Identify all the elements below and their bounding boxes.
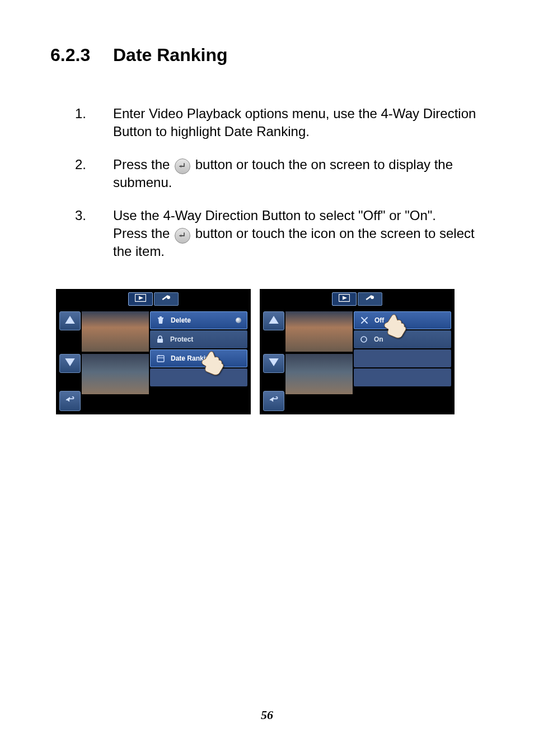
triangle-up-icon [65,316,75,326]
nav-back-button[interactable] [59,391,81,411]
step-text-fragment: Use the 4-Way Direction Button to select… [113,208,436,223]
tab-setup[interactable] [154,292,179,306]
tab-bar [332,292,382,306]
nav-up-button[interactable] [263,311,284,330]
step-number: 1. [75,105,113,141]
instruction-step-2: 2. Press the button or touch the on scre… [50,156,484,192]
nav-back-button[interactable] [263,391,284,411]
video-thumbnail [82,354,149,394]
video-thumbnail [285,354,353,394]
play-icon [135,294,146,304]
section-heading: 6.2.3Date Ranking [50,45,484,66]
triangle-down-icon [269,358,279,368]
x-icon [359,316,370,324]
triangle-down-icon [65,358,75,368]
step-text-fragment: Press the [113,226,174,241]
step-text: Press the button or touch the on screen … [113,156,484,192]
selection-indicator-icon [236,318,241,323]
menu-item-label: On [374,335,383,343]
triangle-up-icon [269,316,279,326]
screenshot-submenu: Off On [260,289,455,414]
video-thumbnail [285,311,353,352]
instruction-step-3: 3. Use the 4-Way Direction Button to sel… [50,207,484,261]
hand-pointer-icon [383,312,409,338]
menu-item-delete[interactable]: Delete [150,311,247,329]
instruction-step-1: 1. Enter Video Playback options menu, us… [50,105,484,141]
menu-item-empty [150,368,247,386]
tab-bar [128,292,179,306]
wrench-icon [364,294,376,304]
tab-playback[interactable] [332,292,357,306]
step-text-fragment: Press the [113,157,174,172]
page-number: 56 [0,708,534,722]
step-text: Use the 4-Way Direction Button to select… [113,207,484,261]
step-number: 3. [75,207,113,261]
tab-setup[interactable] [358,292,382,306]
video-thumbnail [82,311,149,352]
menu-item-empty [354,349,451,367]
nav-down-button[interactable] [59,354,81,373]
menu-list: Delete Protect Date Ranking [150,311,247,386]
enter-icon [175,158,190,174]
menu-item-empty [354,368,451,386]
nav-up-button[interactable] [59,311,81,330]
step-number: 2. [75,156,113,192]
wrench-icon [161,294,172,304]
lock-icon [154,335,166,343]
menu-item-label: Delete [171,316,191,324]
calendar-icon [155,354,166,362]
enter-icon [175,228,190,244]
step-text: Enter Video Playback options menu, use t… [113,105,484,141]
return-icon [269,396,279,406]
menu-item-protect[interactable]: Protect [150,330,247,348]
tab-playback[interactable] [128,292,153,306]
menu-item-date-ranking[interactable]: Date Ranking [150,349,247,367]
trash-icon [155,316,166,324]
menu-item-label: Protect [170,335,193,343]
section-number: 6.2.3 [50,45,113,66]
screenshot-menu: Delete Protect Date Ranking [56,289,251,414]
nav-down-button[interactable] [263,354,284,373]
return-icon [65,396,75,406]
play-icon [339,294,350,304]
thumbnail-strip [285,311,353,394]
instruction-list: 1. Enter Video Playback options menu, us… [50,105,484,261]
hand-pointer-icon [200,349,226,375]
thumbnail-strip [82,311,149,394]
section-title: Date Ranking [113,45,227,65]
circle-icon [358,335,369,343]
